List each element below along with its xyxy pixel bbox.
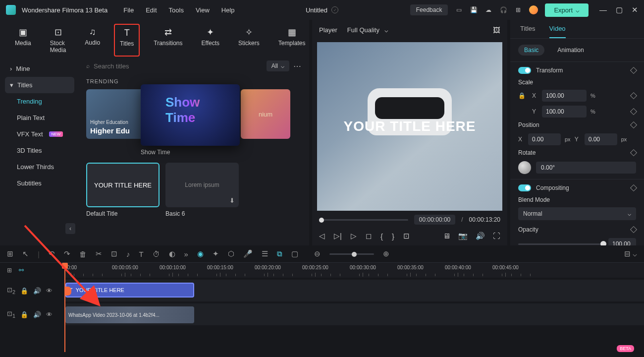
stop-icon[interactable]: ◻ [366, 232, 372, 240]
video-clip[interactable]: WhatsApp Video 2023-10-06 at 1.4b2f4... [65, 306, 194, 323]
lock-track-icon[interactable]: 🔒 [20, 287, 28, 295]
play-icon[interactable]: ▷ [351, 232, 357, 240]
sidebar-mine[interactable]: ›Mine [5, 60, 74, 77]
mark-out-icon[interactable]: } [392, 232, 394, 240]
zoom-thumb[interactable] [352, 252, 357, 257]
sidebar-titles[interactable]: ▾Titles [5, 77, 74, 93]
display-icon[interactable]: 🖥 [443, 232, 450, 240]
tab-media[interactable]: ▣Media [10, 24, 36, 57]
scrub-thumb[interactable] [319, 218, 324, 223]
ruler[interactable]: 00:0000:00:05:0000:00:10:0000:00:15:0000… [64, 263, 644, 278]
track-body-2[interactable]: TYOUR TITLE HERE [64, 280, 644, 301]
menu-file[interactable]: File [123, 6, 134, 14]
list-icon[interactable]: ☰ [262, 249, 268, 258]
track-type-icon[interactable]: ⊡2 [7, 286, 15, 295]
prev-frame-icon[interactable]: ◁ [319, 232, 325, 240]
collapse-button[interactable]: ‹ [65, 223, 75, 234]
delete-icon[interactable]: 🗑 [79, 250, 87, 258]
in-marker[interactable] [64, 287, 71, 296]
tab-transitions[interactable]: ⇄Transitions [149, 24, 187, 57]
track-type-icon[interactable]: ⊡1 [7, 310, 15, 319]
preview[interactable]: YOUR TITLE HERE [317, 42, 502, 211]
menu-edit[interactable]: Edit [146, 6, 157, 14]
keyframe-icon[interactable] [630, 121, 637, 128]
play-in-icon[interactable]: ▷| [334, 232, 342, 240]
export-button[interactable]: Export⌵ [545, 3, 589, 17]
undo-icon[interactable]: ↶ [49, 249, 55, 258]
quality-select[interactable]: Full Quality⌵ [347, 26, 388, 34]
rotate-input[interactable] [536, 162, 636, 174]
transform-toggle[interactable] [518, 67, 531, 74]
card-show-time[interactable]: Show Time [141, 89, 240, 156]
keyframe-icon[interactable] [630, 108, 637, 115]
magnet-icon[interactable]: ⧉ [277, 249, 282, 258]
tab-stickers[interactable]: ✧Stickers [233, 24, 265, 57]
link-icon[interactable]: ⚯ [19, 267, 24, 274]
profile-icon[interactable] [529, 5, 538, 14]
mute-icon[interactable]: 🔊 [33, 287, 41, 295]
menu-tools[interactable]: Tools [169, 6, 184, 14]
cloud-icon[interactable]: ☁ [484, 6, 492, 14]
more-icon[interactable]: ⋯ [293, 61, 302, 71]
sidebar-3d-titles[interactable]: 3D Titles [5, 142, 74, 159]
pill-animation[interactable]: Animation [551, 45, 590, 56]
save-icon[interactable]: 💾 [470, 6, 478, 14]
sidebar-vfx-text[interactable]: VFX TextNEW [5, 126, 74, 142]
zoom-out-icon[interactable]: ⊖ [314, 249, 321, 258]
lock-track-icon[interactable]: 🔒 [20, 311, 28, 318]
mute-icon[interactable]: 🔊 [33, 311, 41, 318]
scale-x-input[interactable] [542, 90, 587, 102]
snapshot-icon[interactable]: 🖼 [493, 26, 500, 34]
keyframe-icon[interactable] [630, 92, 637, 99]
tab-titles[interactable]: TTitles [114, 24, 140, 57]
visible-icon[interactable]: 👁 [46, 311, 53, 318]
speed-icon[interactable]: ⏱ [153, 250, 160, 258]
mark-in-icon[interactable]: { [380, 232, 383, 240]
fullscreen-icon[interactable]: ⛶ [493, 232, 500, 240]
ptab-titles[interactable]: Titles [520, 25, 536, 38]
card-default-title[interactable]: YOUR TITLE HERE Default Title [86, 163, 160, 217]
track-body-1[interactable]: WhatsApp Video 2023-10-06 at 1.4b2f4... [64, 303, 644, 325]
maximize-button[interactable]: ▢ [616, 5, 623, 14]
tab-templates[interactable]: ▦Templates [273, 24, 311, 57]
feedback-button[interactable]: Feedback [410, 4, 448, 15]
crop-tl-icon[interactable]: ⊡ [111, 249, 117, 258]
pos-x-input[interactable] [528, 133, 561, 145]
blend-select[interactable]: Normal⌵ [518, 207, 636, 220]
pointer-icon[interactable]: ↖ [22, 249, 29, 258]
search-box[interactable]: ⌕ [86, 62, 263, 70]
pill-basic[interactable]: Basic [518, 45, 544, 56]
layout-icon[interactable]: ⊟ ⌵ [624, 249, 637, 258]
camera-icon[interactable]: 📷 [458, 232, 468, 240]
headset-icon[interactable]: 🎧 [499, 6, 507, 14]
sparkle-icon[interactable]: ✦ [213, 249, 219, 258]
slider-thumb[interactable] [600, 241, 606, 246]
sidebar-subtitles[interactable]: Subtitles [5, 175, 74, 191]
crop-icon[interactable]: ⊡ [403, 232, 410, 240]
opacity-slider[interactable] [518, 243, 603, 245]
pos-y-input[interactable] [585, 133, 617, 145]
ptab-video[interactable]: Video [549, 25, 566, 38]
sync-icon[interactable]: ✓ [331, 6, 338, 13]
zoom-slider[interactable] [329, 253, 374, 255]
grid-icon[interactable]: ⊞ [7, 249, 13, 258]
tab-effects[interactable]: ✦Effects [197, 24, 224, 57]
cut-icon[interactable]: ✂ [96, 249, 102, 258]
keyframe-icon[interactable] [630, 67, 637, 74]
scale-y-input[interactable] [542, 106, 587, 118]
keyframe-icon[interactable] [630, 149, 637, 156]
sidebar-trending[interactable]: Trending [5, 93, 74, 110]
keyframe-icon[interactable] [630, 184, 637, 191]
tab-stock-media[interactable]: ⊡Stock Media [45, 24, 71, 57]
lock-icon[interactable]: 🔒 [518, 92, 526, 99]
opacity-input[interactable] [608, 238, 636, 245]
compositing-toggle[interactable] [518, 184, 531, 191]
ai-icon[interactable]: ◉ [197, 249, 204, 258]
visible-icon[interactable]: 👁 [46, 287, 53, 295]
keyframe-icon[interactable] [630, 226, 637, 233]
shield-tl-icon[interactable]: ⬡ [228, 249, 234, 258]
screen-icon[interactable]: ▭ [455, 6, 463, 14]
track-layout-icon[interactable]: ⊞ [7, 267, 12, 274]
volume-icon[interactable]: 🔊 [476, 232, 485, 240]
color-icon[interactable]: ◐ [169, 249, 175, 258]
